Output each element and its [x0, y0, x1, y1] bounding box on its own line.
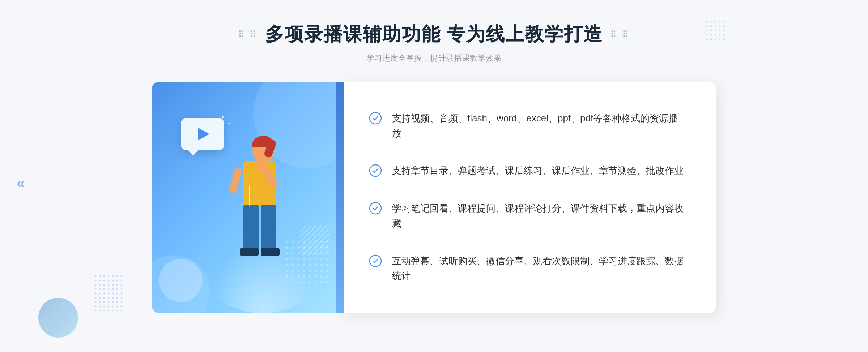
header-decorators: ⠿ ⠿ 多项录播课辅助功能 专为线上教学打造 ⠿ ⠿	[238, 22, 630, 47]
svg-point-4	[370, 202, 381, 214]
dot-item	[320, 270, 323, 272]
figure-shoe-left	[240, 248, 259, 256]
left-card-inner: ✦ ✦	[152, 82, 340, 313]
sub-title: 学习进度全掌握，提升录播课教学效果	[238, 53, 630, 64]
dot-item	[320, 258, 323, 260]
decorator-left-icon: ⠿ ⠿	[238, 29, 258, 39]
bottom-circle-deco	[159, 259, 203, 302]
check-icon-2	[369, 164, 382, 177]
svg-rect-9	[705, 20, 727, 42]
dot-item	[315, 264, 317, 266]
dot-item	[320, 281, 323, 283]
feature-text-1: 支持视频、音频、flash、word、excel、ppt、pdf等各种格式的资源…	[392, 111, 687, 141]
feature-item-4: 互动弹幕、试听购买、微信分享、观看次数限制、学习进度跟踪、数据统计	[369, 246, 687, 291]
svg-point-2	[370, 112, 381, 124]
figure-string	[249, 185, 250, 206]
svg-rect-7	[94, 275, 123, 311]
dot-item	[326, 264, 328, 266]
figure-pants-left	[243, 205, 259, 252]
decorator-right-icon: ⠿ ⠿	[610, 29, 630, 39]
main-title: 多项录播课辅助功能 专为线上教学打造	[265, 22, 603, 47]
dot-item	[320, 264, 323, 266]
svg-point-5	[370, 255, 381, 267]
sparkle-icon-2: ✦	[228, 121, 231, 125]
content-area: ✦ ✦	[152, 82, 716, 313]
feature-text-4: 互动弹幕、试听购买、微信分享、观看次数限制、学习进度跟踪、数据统计	[392, 254, 687, 284]
check-icon-4	[369, 254, 382, 267]
bottom-left-circle	[38, 298, 78, 338]
dot-item	[315, 258, 317, 260]
header-section: ⠿ ⠿ 多项录播课辅助功能 专为线上教学打造 ⠿ ⠿ 学习进度全掌握，提升录播课…	[238, 0, 630, 64]
feature-item-3: 学习笔记回看、课程提问、课程评论打分、课件资料下载，重点内容收藏	[369, 194, 687, 238]
feature-text-2: 支持章节目录、弹题考试、课后练习、课后作业、章节测验、批改作业	[392, 163, 684, 179]
figure-arm-left	[229, 167, 242, 194]
figure-illustration	[205, 132, 307, 313]
stripes-deco	[300, 226, 329, 255]
left-card: ✦ ✦	[152, 82, 340, 313]
svg-point-3	[370, 165, 381, 176]
sparkle-icon-1: ✦	[221, 114, 225, 120]
feature-item-2: 支持章节目录、弹题考试、课后练习、课后作业、章节测验、批改作业	[369, 156, 687, 186]
dot-item	[326, 275, 328, 278]
svg-rect-1	[300, 226, 329, 255]
dot-item	[326, 258, 328, 260]
check-icon-3	[369, 202, 382, 215]
right-dots-decoration	[705, 20, 727, 43]
check-icon-1	[369, 112, 382, 125]
page-container: ⠿ ⠿ 多项录播课辅助功能 专为线上教学打造 ⠿ ⠿ 学习进度全掌握，提升录播课…	[0, 0, 868, 352]
left-dots-decoration	[94, 275, 123, 312]
figure-shoe-right	[261, 248, 280, 256]
figure-pants-right	[261, 205, 276, 252]
blue-accent-bar	[336, 82, 344, 313]
dot-item	[326, 270, 328, 272]
right-panel: 支持视频、音频、flash、word、excel、ppt、pdf等各种格式的资源…	[340, 82, 716, 313]
dot-item	[320, 275, 323, 278]
dot-item	[326, 281, 328, 283]
left-arrow-icon: «	[17, 175, 25, 191]
feature-item-1: 支持视频、音频、flash、word、excel、ppt、pdf等各种格式的资源…	[369, 104, 687, 148]
feature-text-3: 学习笔记回看、课程提问、课程评论打分、课件资料下载，重点内容收藏	[392, 201, 687, 231]
